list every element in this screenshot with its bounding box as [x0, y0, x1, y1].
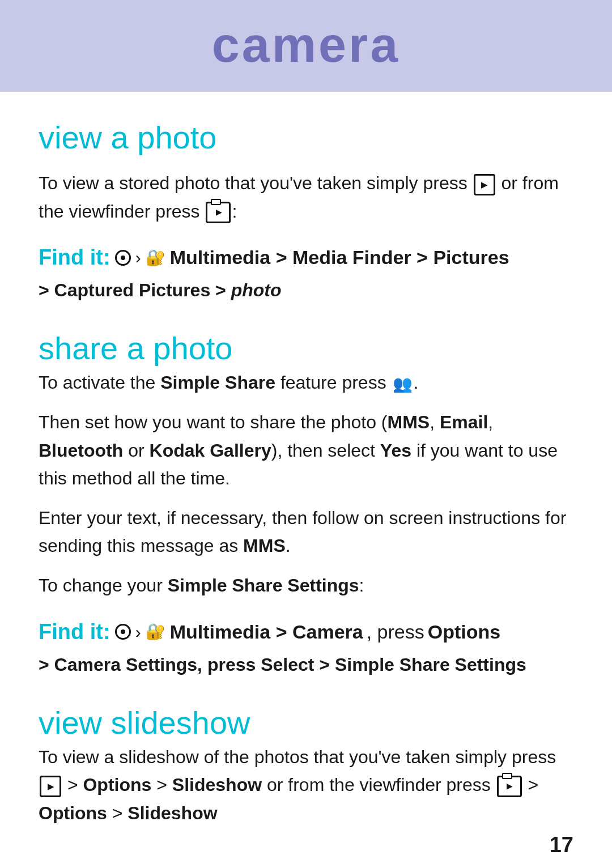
play-icon — [474, 174, 495, 195]
nav-dot-icon-1 — [115, 250, 131, 266]
find-it-line1: Find it: › 🔐 Multimedia > Media Finder >… — [39, 241, 573, 274]
main-content: view a photo To view a stored photo that… — [0, 92, 612, 868]
share-icon: 👥 — [393, 372, 413, 396]
section-heading-share-photo: share a photo — [39, 330, 573, 367]
share-photo-para2: Then set how you want to share the photo… — [39, 409, 573, 493]
find-it-label-2: Find it: — [39, 616, 110, 648]
multimedia-icon-2: 🔐 — [146, 620, 165, 644]
nav-dot-icon-2 — [115, 624, 131, 640]
find-it-line2-2: > Camera Settings, press Select > Simple… — [39, 650, 573, 679]
view-photo-para1: To view a stored photo that you've taken… — [39, 169, 573, 225]
page-title: camera — [212, 16, 400, 73]
cam-icon-2 — [497, 776, 522, 797]
find-it-block-1: Find it: › 🔐 Multimedia > Media Finder >… — [39, 241, 573, 305]
find-it-line2-1: Find it: › 🔐 Multimedia > Camera, press … — [39, 616, 573, 648]
find-it-line2: > Captured Pictures > photo — [39, 276, 573, 305]
page-header: camera — [0, 0, 612, 92]
find-it-path-1: Multimedia > Media Finder > Pictures — [170, 243, 509, 272]
section-heading-view-slideshow: view slideshow — [39, 704, 573, 741]
find-it-block-2: Find it: › 🔐 Multimedia > Camera, press … — [39, 616, 573, 679]
multimedia-icon-1: 🔐 — [146, 246, 165, 270]
share-photo-para1: To activate the Simple Share feature pre… — [39, 369, 573, 397]
share-photo-para4: To change your Simple Share Settings: — [39, 572, 573, 600]
cam-icon — [206, 202, 231, 223]
find-it-path-2: Multimedia > Camera — [170, 618, 363, 646]
play-icon-2 — [40, 776, 61, 797]
share-photo-para3: Enter your text, if necessary, then foll… — [39, 504, 573, 560]
view-slideshow-para1: To view a slideshow of the photos that y… — [39, 743, 573, 828]
find-it-label-1: Find it: — [39, 241, 110, 274]
section-heading-view-photo: view a photo — [39, 119, 573, 156]
page-number: 17 — [550, 833, 573, 857]
